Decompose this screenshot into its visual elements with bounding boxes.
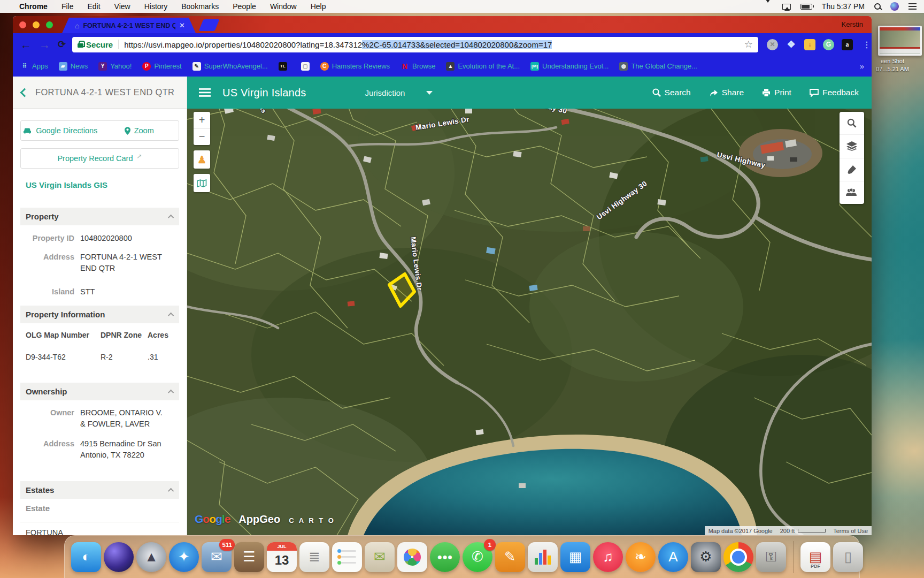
map-search-button[interactable]: Search (652, 88, 691, 97)
zoom-to-property-button[interactable]: Zoom (100, 126, 179, 135)
back-button[interactable]: ← (20, 39, 32, 50)
menu-view[interactable]: View (114, 2, 130, 11)
section-property-information[interactable]: Property Information (20, 306, 179, 323)
amazon-extension-icon[interactable]: a (842, 39, 853, 50)
address-bar[interactable]: Secure https://usvi.mapgeo.io/properties… (72, 37, 758, 52)
bookmark-apps[interactable]: ⠿Apps (20, 62, 48, 71)
bookmark-global-change[interactable]: ◍The Global Change... (619, 62, 697, 71)
dock-siri[interactable] (104, 542, 134, 572)
menu-window[interactable]: Window (270, 2, 297, 11)
extension-generic-icon[interactable]: ✕ (767, 39, 778, 50)
menu-edit[interactable]: Edit (87, 2, 100, 11)
menu-bookmarks[interactable]: Bookmarks (181, 2, 219, 11)
forward-button[interactable]: → (39, 39, 50, 50)
chrome-menu-icon[interactable]: ⋮ (863, 40, 872, 50)
new-tab-button[interactable] (199, 19, 220, 31)
bookmark-news[interactable]: ▰News (59, 62, 88, 71)
dock-keychain[interactable]: ⚿ (756, 542, 786, 572)
zoom-window-button[interactable] (46, 21, 53, 28)
map-canvas[interactable]: Mario Lewis Dr Mario Lewis Dr Usvi Highw… (187, 77, 872, 535)
section-estates[interactable]: Estates (20, 481, 179, 499)
jurisdiction-dropdown[interactable]: Jurisdiction (365, 88, 433, 97)
section-property[interactable]: Property (20, 208, 179, 225)
google-directions-button[interactable]: Google Directions (21, 126, 100, 135)
dock-safari[interactable]: ✦ (169, 542, 199, 572)
menu-help[interactable]: Help (311, 2, 326, 11)
tool-search-button[interactable] (840, 112, 864, 135)
section-ownership[interactable]: Ownership (20, 383, 179, 400)
map-feedback-button[interactable]: Feedback (810, 88, 859, 97)
notification-center-icon[interactable] (908, 3, 917, 10)
streetview-pegman-button[interactable]: ♟ (194, 150, 210, 169)
dock-trash[interactable]: ▯ (833, 542, 863, 572)
menu-file[interactable]: File (61, 2, 74, 11)
menu-chrome[interactable]: Chrome (19, 2, 48, 11)
dock-facetime[interactable]: ✆1 (463, 542, 492, 572)
property-record-card-button[interactable]: Property Record Card ↗ (20, 148, 179, 169)
airplay-icon[interactable] (782, 4, 791, 10)
menu-people[interactable]: People (233, 2, 256, 11)
basemap-button[interactable] (194, 174, 210, 192)
dock-system-preferences[interactable]: ⚙ (691, 542, 721, 572)
dock-pages[interactable]: ✎ (495, 542, 525, 572)
dock-contacts[interactable]: ☰ (234, 542, 264, 572)
bookmark-hamsters-reviews[interactable]: CHamsters Reviews (320, 62, 390, 71)
map-share-button[interactable]: Share (709, 88, 744, 97)
secure-lock-icon[interactable] (78, 41, 83, 48)
close-window-button[interactable] (19, 21, 26, 28)
bookmarks-overflow-chevron[interactable]: » (860, 62, 864, 71)
dock-launchpad[interactable]: ▲ (136, 542, 166, 572)
usvi-gis-link[interactable]: US Virgin Islands GIS (26, 180, 107, 189)
tool-layers-button[interactable] (840, 135, 864, 158)
dock-keynote[interactable]: ▦ (560, 542, 590, 572)
dock-stamp-app[interactable]: ✉ (365, 542, 395, 572)
tool-draw-button[interactable] (840, 158, 864, 181)
url-text[interactable]: https://usvi.mapgeo.io/properties/104802… (124, 40, 552, 49)
dock-textedit[interactable]: ≣ (299, 542, 329, 572)
minimize-window-button[interactable] (33, 21, 40, 28)
bookmark-doc[interactable]: ▢ (301, 62, 310, 71)
menu-bar-clock[interactable]: Thu 5:37 PM (822, 2, 865, 11)
browser-profile-name[interactable]: Kerstin (842, 20, 863, 28)
bookmark-evolution[interactable]: ▲Evolution of the At... (446, 62, 520, 71)
bookmark-yahoo[interactable]: YYahoo! (98, 62, 132, 71)
satellite-map[interactable]: Mario Lewis Dr Mario Lewis Dr Usvi Highw… (187, 77, 872, 535)
back-chevron-icon[interactable] (20, 88, 29, 97)
map-print-button[interactable]: Print (762, 88, 791, 97)
bookmark-understanding-evol[interactable]: [M]Understanding Evol... (530, 62, 609, 71)
bookmark-superwho[interactable]: ✎SuperWhoAvengel... (192, 62, 268, 71)
bookmark-pinterest[interactable]: PPinterest (142, 62, 181, 71)
hamburger-menu-icon[interactable] (199, 88, 211, 97)
dock-reminders[interactable] (332, 542, 362, 572)
wifi-icon[interactable] (763, 3, 773, 10)
desktop-screenshot-file[interactable] (878, 26, 922, 56)
dock-itunes[interactable]: ♫ (593, 542, 623, 572)
bookmark-netflix-browse[interactable]: NBrowse (401, 62, 435, 71)
tab-close-icon[interactable]: ✕ (179, 21, 185, 29)
dock-calendar[interactable]: JUL 13 (267, 542, 297, 572)
bookmark-tl[interactable]: TL (279, 62, 290, 71)
dock-mail[interactable]: ✉511 (202, 542, 232, 572)
menu-history[interactable]: History (144, 2, 168, 11)
dock-pdf-document[interactable]: ▤PDF (800, 542, 830, 572)
pocket-extension-icon[interactable]: ↓ (804, 39, 815, 50)
browser-tab[interactable]: ⌂ FORTUNA 4-2-1 WEST END Q ✕ (62, 18, 196, 33)
reload-button[interactable]: ⟳ (58, 40, 66, 49)
dock-chrome[interactable] (723, 542, 753, 572)
bookmark-star-icon[interactable]: ☆ (744, 39, 753, 50)
dropbox-extension-icon[interactable]: ❖ (786, 39, 797, 50)
zoom-out-button[interactable]: − (194, 129, 210, 146)
dock-photos[interactable] (397, 542, 427, 572)
grammarly-extension-icon[interactable]: G (823, 39, 834, 50)
dock-numbers[interactable] (528, 542, 558, 572)
dock-ibooks[interactable]: ❧ (626, 542, 656, 572)
dock-finder[interactable]: ◐ (71, 542, 101, 572)
zoom-in-button[interactable]: + (194, 112, 210, 129)
battery-icon[interactable] (800, 4, 812, 10)
dock-messages[interactable]: ●●● (430, 542, 460, 572)
dock-appstore[interactable]: A (658, 542, 688, 572)
siri-icon[interactable] (890, 2, 899, 11)
spotlight-icon[interactable] (874, 3, 881, 10)
terms-of-use-link[interactable]: Terms of Use (829, 526, 872, 535)
tool-collaborate-button[interactable] (840, 181, 864, 204)
